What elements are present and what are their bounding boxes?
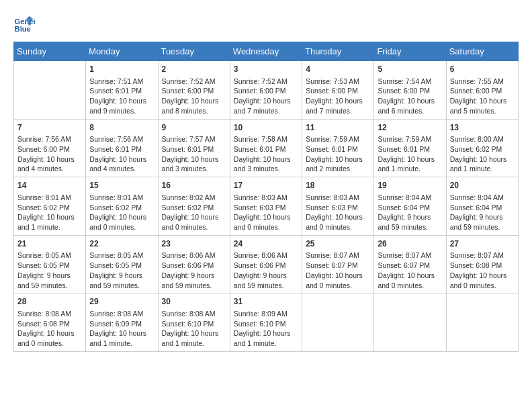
week-row-2: 7Sunrise: 7:56 AMSunset: 6:00 PMDaylight… <box>14 119 519 177</box>
day-number: 26 <box>378 238 442 250</box>
calendar-cell: 28Sunrise: 8:08 AMSunset: 6:08 PMDayligh… <box>14 293 86 352</box>
day-info: Sunrise: 7:59 AM <box>378 134 442 144</box>
day-info: and 4 minutes. <box>17 164 82 174</box>
calendar-cell: 1Sunrise: 7:51 AMSunset: 6:01 PMDaylight… <box>86 61 158 120</box>
calendar-cell: 26Sunrise: 8:07 AMSunset: 6:07 PMDayligh… <box>374 235 446 293</box>
day-info: Sunset: 6:06 PM <box>162 261 226 271</box>
day-info: Daylight: 10 hours <box>378 96 442 106</box>
calendar-cell: 29Sunrise: 8:08 AMSunset: 6:09 PMDayligh… <box>86 293 158 352</box>
day-info: Sunrise: 7:54 AM <box>378 77 442 87</box>
calendar-cell: 4Sunrise: 7:53 AMSunset: 6:00 PMDaylight… <box>302 61 374 120</box>
day-info: and 4 minutes. <box>89 164 154 174</box>
calendar-cell: 27Sunrise: 8:07 AMSunset: 6:08 PMDayligh… <box>446 235 518 293</box>
week-row-4: 21Sunrise: 8:05 AMSunset: 6:05 PMDayligh… <box>14 235 519 293</box>
day-info: Sunset: 6:01 PM <box>89 144 154 154</box>
day-info: Sunrise: 8:08 AM <box>17 309 82 319</box>
col-header-wednesday: Wednesday <box>230 42 302 61</box>
page-header: General Blue <box>13 13 519 35</box>
day-info: Daylight: 10 hours <box>306 212 370 222</box>
day-info: Sunrise: 7:59 AM <box>306 134 370 144</box>
col-header-tuesday: Tuesday <box>158 42 230 61</box>
day-info: Daylight: 10 hours <box>162 328 226 338</box>
day-number: 11 <box>306 122 370 134</box>
day-info: Sunset: 6:08 PM <box>17 319 82 329</box>
calendar-cell: 19Sunrise: 8:04 AMSunset: 6:04 PMDayligh… <box>374 177 446 236</box>
day-info: and 0 minutes. <box>162 222 226 232</box>
calendar-cell: 3Sunrise: 7:52 AMSunset: 6:00 PMDaylight… <box>230 61 302 120</box>
day-number: 30 <box>162 296 226 308</box>
day-info: Sunrise: 8:07 AM <box>306 250 370 261</box>
logo: General Blue <box>13 13 38 35</box>
day-info: Daylight: 10 hours <box>450 271 515 281</box>
day-info: Sunset: 6:01 PM <box>234 144 298 154</box>
day-info: Daylight: 10 hours <box>162 96 226 106</box>
day-info: Sunset: 6:05 PM <box>17 261 82 271</box>
day-number: 27 <box>450 238 515 250</box>
day-number: 28 <box>17 296 82 308</box>
day-info: Sunset: 6:03 PM <box>306 203 370 213</box>
day-info: and 59 minutes. <box>450 222 515 232</box>
calendar-table: SundayMondayTuesdayWednesdayThursdayFrid… <box>13 42 519 352</box>
day-info: Daylight: 10 hours <box>234 96 298 106</box>
week-row-1: 1Sunrise: 7:51 AMSunset: 6:01 PMDaylight… <box>14 61 519 120</box>
calendar-cell <box>374 293 446 352</box>
calendar-cell: 13Sunrise: 8:00 AMSunset: 6:02 PMDayligh… <box>446 119 518 177</box>
day-info: Sunrise: 7:52 AM <box>234 77 298 87</box>
day-info: Sunrise: 8:00 AM <box>450 134 515 144</box>
day-number: 2 <box>162 64 226 75</box>
day-info: and 0 minutes. <box>234 222 298 232</box>
day-info: and 1 minute. <box>17 222 82 232</box>
day-info: Sunset: 6:06 PM <box>234 261 298 271</box>
calendar-cell <box>302 293 374 352</box>
calendar-cell: 24Sunrise: 8:06 AMSunset: 6:06 PMDayligh… <box>230 235 302 293</box>
day-number: 22 <box>89 238 154 250</box>
week-row-5: 28Sunrise: 8:08 AMSunset: 6:08 PMDayligh… <box>14 293 519 352</box>
day-info: and 3 minutes. <box>234 164 298 174</box>
day-info: and 7 minutes. <box>306 106 370 116</box>
day-number: 10 <box>234 122 298 134</box>
day-number: 7 <box>17 122 82 134</box>
day-info: Sunrise: 8:04 AM <box>450 193 515 203</box>
day-info: and 8 minutes. <box>162 106 226 116</box>
day-info: and 2 minutes. <box>306 164 370 174</box>
day-info: Sunset: 6:01 PM <box>162 144 226 154</box>
day-info: and 1 minute. <box>234 338 298 349</box>
day-info: Daylight: 10 hours <box>234 328 298 338</box>
day-number: 14 <box>17 180 82 191</box>
day-info: Sunset: 6:01 PM <box>306 144 370 154</box>
day-info: Sunset: 6:07 PM <box>378 261 442 271</box>
day-info: Daylight: 9 hours <box>378 212 442 222</box>
day-info: Sunset: 6:00 PM <box>306 86 370 96</box>
calendar-cell: 30Sunrise: 8:08 AMSunset: 6:10 PMDayligh… <box>158 293 230 352</box>
day-number: 15 <box>89 180 154 191</box>
svg-text:Blue: Blue <box>15 25 31 33</box>
day-info: Sunset: 6:10 PM <box>162 319 226 329</box>
day-info: Daylight: 9 hours <box>89 271 154 281</box>
day-info: Sunset: 6:08 PM <box>450 261 515 271</box>
day-info: Daylight: 10 hours <box>450 154 515 165</box>
day-info: and 1 minute. <box>162 338 226 349</box>
day-info: Sunrise: 7:56 AM <box>89 134 154 144</box>
day-info: and 9 minutes. <box>89 106 154 116</box>
day-info: and 59 minutes. <box>89 281 154 291</box>
day-number: 9 <box>162 122 226 134</box>
day-info: and 7 minutes. <box>234 106 298 116</box>
day-number: 24 <box>234 238 298 250</box>
day-info: Sunset: 6:00 PM <box>378 86 442 96</box>
calendar-cell: 25Sunrise: 8:07 AMSunset: 6:07 PMDayligh… <box>302 235 374 293</box>
day-info: and 59 minutes. <box>162 281 226 291</box>
day-info: Daylight: 10 hours <box>89 212 154 222</box>
day-info: Sunset: 6:00 PM <box>162 86 226 96</box>
day-info: Sunset: 6:05 PM <box>89 261 154 271</box>
col-header-sunday: Sunday <box>14 42 86 61</box>
calendar-cell: 8Sunrise: 7:56 AMSunset: 6:01 PMDaylight… <box>86 119 158 177</box>
calendar-cell: 21Sunrise: 8:05 AMSunset: 6:05 PMDayligh… <box>14 235 86 293</box>
day-info: Daylight: 10 hours <box>378 154 442 165</box>
day-info: and 0 minutes. <box>450 281 515 291</box>
day-info: and 1 minute. <box>378 164 442 174</box>
day-info: Daylight: 10 hours <box>162 212 226 222</box>
day-info: Sunrise: 8:02 AM <box>162 193 226 203</box>
day-info: Daylight: 10 hours <box>89 328 154 338</box>
day-info: Sunset: 6:00 PM <box>17 144 82 154</box>
day-number: 16 <box>162 180 226 191</box>
